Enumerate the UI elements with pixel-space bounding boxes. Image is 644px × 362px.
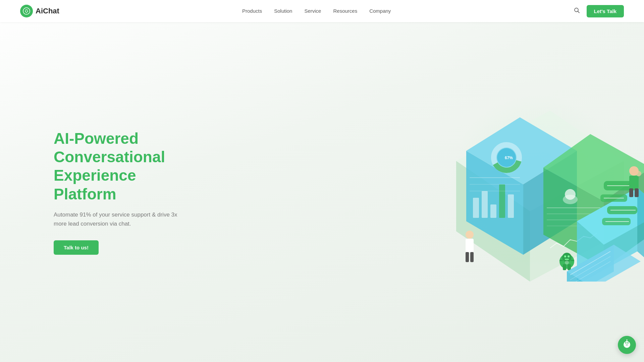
nav-item-company[interactable]: Company bbox=[369, 8, 391, 14]
nav-item-resources[interactable]: Resources bbox=[333, 8, 357, 14]
svg-point-38 bbox=[564, 255, 566, 257]
svg-point-31 bbox=[563, 195, 578, 204]
svg-rect-60 bbox=[635, 188, 639, 197]
svg-rect-43 bbox=[563, 264, 566, 270]
svg-point-23 bbox=[466, 231, 474, 239]
logo-icon bbox=[20, 5, 33, 17]
nav-link-products[interactable]: Products bbox=[242, 8, 262, 14]
svg-rect-25 bbox=[466, 252, 469, 262]
svg-rect-41 bbox=[559, 260, 563, 261]
svg-rect-44 bbox=[568, 264, 571, 270]
svg-rect-58 bbox=[629, 176, 639, 188]
svg-point-61 bbox=[636, 171, 641, 176]
nav-link-service[interactable]: Service bbox=[304, 8, 321, 14]
svg-rect-14 bbox=[499, 184, 505, 218]
svg-point-0 bbox=[23, 8, 30, 14]
svg-line-4 bbox=[578, 11, 579, 13]
navbar: AiChat Products Solution Service Resourc… bbox=[0, 0, 644, 22]
svg-rect-15 bbox=[508, 194, 514, 218]
nav-link-resources[interactable]: Resources bbox=[333, 8, 357, 14]
nav-item-solution[interactable]: Solution bbox=[274, 8, 292, 14]
hero-title: AI-Powered Conversational Experience Pla… bbox=[54, 129, 188, 203]
nav-links: Products Solution Service Resources Comp… bbox=[242, 8, 391, 14]
hero-content: AI-Powered Conversational Experience Pla… bbox=[0, 129, 188, 255]
chat-fab-button[interactable] bbox=[618, 336, 636, 354]
svg-rect-42 bbox=[571, 260, 574, 261]
nav-link-company[interactable]: Company bbox=[369, 8, 391, 14]
hero-illustration: 67% bbox=[416, 80, 644, 282]
svg-rect-24 bbox=[466, 239, 474, 252]
nav-item-products[interactable]: Products bbox=[242, 8, 262, 14]
search-icon[interactable] bbox=[574, 7, 580, 15]
svg-point-106 bbox=[625, 342, 627, 344]
hero-subtitle: Automate 91% of your service support & d… bbox=[54, 210, 188, 228]
brand-name: AiChat bbox=[36, 7, 59, 15]
svg-point-2 bbox=[27, 11, 28, 12]
logo-link[interactable]: AiChat bbox=[20, 5, 59, 17]
lets-talk-button[interactable]: Let's Talk bbox=[587, 5, 624, 17]
svg-point-45 bbox=[565, 260, 569, 264]
svg-rect-26 bbox=[470, 252, 474, 262]
svg-point-107 bbox=[627, 342, 629, 344]
nav-right: Let's Talk bbox=[574, 5, 624, 17]
svg-rect-40 bbox=[565, 259, 569, 260]
svg-rect-13 bbox=[490, 204, 496, 218]
svg-point-1 bbox=[25, 11, 26, 12]
svg-point-39 bbox=[568, 255, 570, 257]
robot-icon bbox=[622, 339, 632, 351]
talk-to-us-button[interactable]: Talk to us! bbox=[54, 240, 99, 255]
svg-rect-11 bbox=[473, 198, 479, 218]
svg-point-109 bbox=[627, 340, 628, 341]
svg-rect-59 bbox=[629, 188, 633, 197]
hero-section: AI-Powered Conversational Experience Pla… bbox=[0, 0, 644, 362]
svg-rect-12 bbox=[482, 191, 488, 218]
svg-text:67%: 67% bbox=[505, 156, 513, 160]
nav-link-solution[interactable]: Solution bbox=[274, 8, 292, 14]
nav-item-service[interactable]: Service bbox=[304, 8, 321, 14]
